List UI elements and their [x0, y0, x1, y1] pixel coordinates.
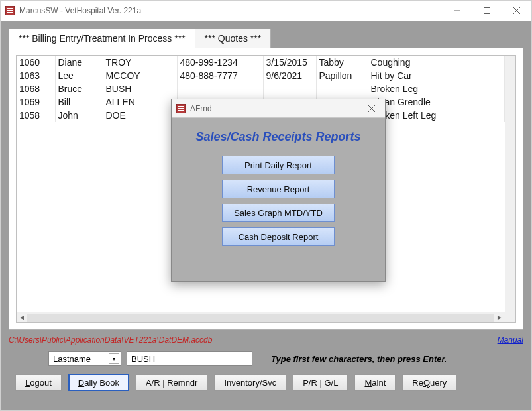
- cash-deposit-report-button[interactable]: Cash Deposit Report: [222, 227, 335, 246]
- reports-dialog: AFrnd Sales/Cash Receipts Reports Print …: [171, 99, 386, 282]
- window-title: MarcusSW - VetHospital Ver. 221a: [19, 6, 442, 15]
- search-input[interactable]: [127, 351, 252, 366]
- chevron-down-icon[interactable]: ▾: [109, 353, 119, 364]
- search-row: Lastname ▾ Type first few characters, th…: [9, 351, 523, 366]
- cell-id[interactable]: 1060: [17, 56, 55, 69]
- main-button-row: Logout Daily Book A/R | Remndr Inventory…: [9, 374, 523, 391]
- scroll-corner: [505, 312, 515, 322]
- content-area: *** Billing Entry/Treatment In Process *…: [1, 21, 531, 410]
- titlebar: MarcusSW - VetHospital Ver. 221a: [1, 1, 531, 21]
- pr-gl-button[interactable]: P/R | G/L: [293, 374, 348, 391]
- close-icon: [368, 105, 375, 112]
- svg-rect-10: [178, 108, 184, 109]
- cell-date[interactable]: 3/15/2015: [263, 56, 316, 69]
- combo-value: Lastname: [53, 354, 91, 364]
- close-button[interactable]: [502, 1, 531, 21]
- dialog-close-button[interactable]: [358, 99, 385, 118]
- requery-button[interactable]: ReQuery: [402, 374, 456, 391]
- svg-rect-2: [7, 10, 13, 11]
- revenue-report-button[interactable]: Revenue Report: [222, 180, 335, 198]
- maximize-button[interactable]: [472, 1, 502, 21]
- cell-breed[interactable]: Tabby: [316, 56, 368, 69]
- dialog-buttons: Print Daily Report Revenue Report Sales …: [172, 156, 385, 246]
- window-controls: [442, 1, 531, 21]
- svg-rect-3: [7, 12, 13, 13]
- status-line: C:\Users\Public\ApplicationData\VET221a\…: [9, 335, 523, 345]
- dialog-titlebar[interactable]: AFrnd: [172, 99, 385, 118]
- table-row[interactable]: 1060 Diane TROY 480-999-1234 3/15/2015 T…: [17, 56, 505, 69]
- app-icon: [5, 5, 15, 16]
- scroll-thumb[interactable]: [27, 314, 494, 322]
- cell-phone[interactable]: 480-999-1234: [177, 56, 263, 69]
- db-path: C:\Users\Public\ApplicationData\VET221a\…: [9, 335, 212, 345]
- scroll-right-icon[interactable]: ►: [494, 312, 505, 323]
- tab-bar: *** Billing Entry/Treatment In Process *…: [9, 29, 523, 48]
- tab-quotes[interactable]: *** Quotes ***: [195, 29, 272, 48]
- app-window: MarcusSW - VetHospital Ver. 221a *** Bil…: [0, 0, 532, 411]
- ar-reminder-button[interactable]: A/R | Remndr: [136, 374, 208, 391]
- horizontal-scrollbar[interactable]: ◄ ►: [17, 312, 505, 322]
- inventory-button[interactable]: Inventory/Svc: [214, 374, 286, 391]
- search-field-combo[interactable]: Lastname ▾: [48, 351, 121, 366]
- cell-issue[interactable]: Coughing: [368, 56, 505, 69]
- table-row[interactable]: 1068 Bruce BUSH Broken Leg: [17, 82, 505, 95]
- minimize-button[interactable]: [442, 1, 472, 21]
- svg-rect-11: [178, 110, 184, 111]
- dialog-heading: Sales/Cash Receipts Reports: [172, 130, 385, 144]
- tab-billing-entry[interactable]: *** Billing Entry/Treatment In Process *…: [9, 29, 195, 48]
- daily-book-button[interactable]: Daily Book: [68, 374, 129, 391]
- svg-rect-5: [484, 8, 490, 14]
- sales-graph-button[interactable]: Sales Graph MTD/YTD: [222, 204, 335, 222]
- logout-button[interactable]: Logout: [15, 374, 62, 391]
- cell-first[interactable]: Diane: [55, 56, 103, 69]
- scroll-left-icon[interactable]: ◄: [17, 312, 27, 323]
- svg-rect-1: [7, 8, 13, 9]
- manual-link[interactable]: Manual: [498, 335, 523, 345]
- table-row[interactable]: 1063 Lee MCCOY 480-888-7777 9/6/2021 Pap…: [17, 69, 505, 82]
- maint-button[interactable]: Maint: [354, 374, 396, 391]
- search-hint: Type first few characters, then press En…: [271, 354, 447, 364]
- form-icon: [176, 103, 186, 114]
- cell-last[interactable]: TROY: [103, 56, 177, 69]
- vertical-scrollbar[interactable]: [505, 56, 515, 312]
- print-daily-report-button[interactable]: Print Daily Report: [222, 156, 335, 174]
- svg-rect-9: [178, 106, 184, 107]
- dialog-title: AFrnd: [190, 104, 358, 113]
